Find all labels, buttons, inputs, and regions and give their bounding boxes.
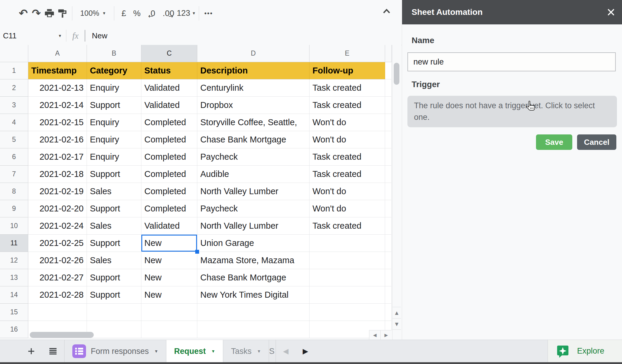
undo-button[interactable]: ↶ [17,5,30,22]
cell-E4[interactable]: Won't do [310,114,385,131]
cell-E3[interactable]: Task created [310,97,385,114]
cell-B13[interactable]: Support [87,269,141,286]
cell-F5[interactable] [385,131,392,148]
cell-F7[interactable] [385,166,392,183]
tab-clipped[interactable]: S [269,340,276,363]
cell-C5[interactable]: Completed [141,131,197,148]
row-header-9[interactable]: 9 [0,200,28,217]
cell-E15[interactable] [310,304,385,321]
collapse-toolbar-button[interactable] [382,7,392,18]
tab-scroll-left-button[interactable]: ◀ [276,340,296,363]
cell-B7[interactable]: Support [87,166,141,183]
cell-D8[interactable]: North Valley Lumber [197,183,310,200]
row-header-15[interactable]: 15 [0,304,28,321]
zoom-select[interactable]: 100% ▼ [75,5,111,22]
cell-C14[interactable]: New [141,286,197,304]
cell-A4[interactable]: 2021-02-15 [28,114,87,131]
cell-D11[interactable]: Union Garage [197,235,310,252]
name-box-dropdown[interactable]: ▼ [58,34,62,38]
cell-C7[interactable]: Completed [141,166,197,183]
cell-A15[interactable] [28,304,87,321]
scroll-down-button[interactable]: ▼ [393,318,401,330]
cell-B15[interactable] [87,304,141,321]
cell-B10[interactable]: Sales [87,217,141,235]
cell-F2[interactable] [385,79,392,97]
row-header-14[interactable]: 14 [0,286,28,304]
cell-B9[interactable]: Support [87,200,141,217]
cell-C3[interactable]: Validated [141,97,197,114]
cell-B6[interactable]: Enquiry [87,148,141,166]
cell-D13[interactable]: Chase Bank Mortgage [197,269,310,286]
row-header-11[interactable]: 11 [0,235,28,252]
cell-D7[interactable]: Audible [197,166,310,183]
tab-tasks[interactable]: Tasks ▼ [223,340,269,363]
cell-B4[interactable]: Enquiry [87,114,141,131]
row-header-13[interactable]: 13 [0,269,28,286]
row-header-16[interactable]: 16 [0,321,28,338]
cell-C6[interactable]: Completed [141,148,197,166]
cancel-button[interactable]: Cancel [577,134,616,150]
cell-E7[interactable]: Task created [310,166,385,183]
column-header-C[interactable]: C [141,45,197,62]
close-panel-button[interactable] [602,3,620,21]
cell-A12[interactable]: 2021-02-26 [28,252,87,269]
cell-F3[interactable] [385,97,392,114]
more-options-button[interactable]: ••• [202,5,215,22]
cell-B3[interactable]: Support [87,97,141,114]
print-button[interactable] [43,5,56,22]
cell-F10[interactable] [385,217,392,235]
cell-C11[interactable]: New [141,235,197,252]
cell-C16[interactable] [141,321,197,338]
percent-format-button[interactable]: % [130,5,143,22]
cell-A7[interactable]: 2021-02-18 [28,166,87,183]
cell-F9[interactable] [385,200,392,217]
cell-F6[interactable] [385,148,392,166]
cell-F12[interactable] [385,252,392,269]
name-box[interactable]: C11 [3,31,58,40]
cell-C13[interactable]: New [141,269,197,286]
column-header-E[interactable]: E [310,45,385,62]
cell-E11[interactable] [310,235,385,252]
cell-F11[interactable] [385,235,392,252]
column-header-A[interactable]: A [28,45,87,62]
cell-D4[interactable]: Storyville Coffee, Seattle, [197,114,310,131]
cell-A10[interactable]: 2021-02-24 [28,217,87,235]
cell-A3[interactable]: 2021-02-14 [28,97,87,114]
cell-C4[interactable]: Completed [141,114,197,131]
cell-A14[interactable]: 2021-02-28 [28,286,87,304]
row-header-1[interactable]: 1 [0,62,28,79]
cell-D12[interactable]: Mazama Store, Mazama [197,252,310,269]
cell-E12[interactable] [310,252,385,269]
cell-D5[interactable]: Chase Bank Mortgage [197,131,310,148]
cell-A5[interactable]: 2021-02-16 [28,131,87,148]
cell-D6[interactable]: Paycheck [197,148,310,166]
cell-B8[interactable]: Sales [87,183,141,200]
cell-B1[interactable]: Category [87,62,141,79]
cell-C10[interactable]: Validated [141,217,197,235]
row-header-5[interactable]: 5 [0,131,28,148]
cell-F1[interactable] [385,62,392,79]
cell-D16[interactable] [197,321,310,338]
row-header-12[interactable]: 12 [0,252,28,269]
cell-C9[interactable]: Completed [141,200,197,217]
scroll-left-button[interactable]: ◀ [369,330,380,340]
row-header-2[interactable]: 2 [0,79,28,97]
cell-A11[interactable]: 2021-02-25 [28,235,87,252]
cell-D9[interactable]: Paycheck [197,200,310,217]
cell-A8[interactable]: 2021-02-19 [28,183,87,200]
cell-E5[interactable]: Won't do [310,131,385,148]
horizontal-scrollbar-thumb[interactable] [30,332,94,338]
cell-B12[interactable]: Sales [87,252,141,269]
tab-form-responses[interactable]: Form responses ▼ [65,340,166,363]
cell-C15[interactable] [141,304,197,321]
cell-B11[interactable]: Support [87,235,141,252]
add-sheet-button[interactable] [21,340,42,363]
decrease-decimal-button[interactable]: .0 ← [143,5,160,22]
cell-C8[interactable]: Completed [141,183,197,200]
cell-E6[interactable]: Task created [310,148,385,166]
cell-A9[interactable]: 2021-02-20 [28,200,87,217]
cell-F15[interactable] [385,304,392,321]
row-header-8[interactable]: 8 [0,183,28,200]
cell-D3[interactable]: Dropbox [197,97,310,114]
row-header-4[interactable]: 4 [0,114,28,131]
